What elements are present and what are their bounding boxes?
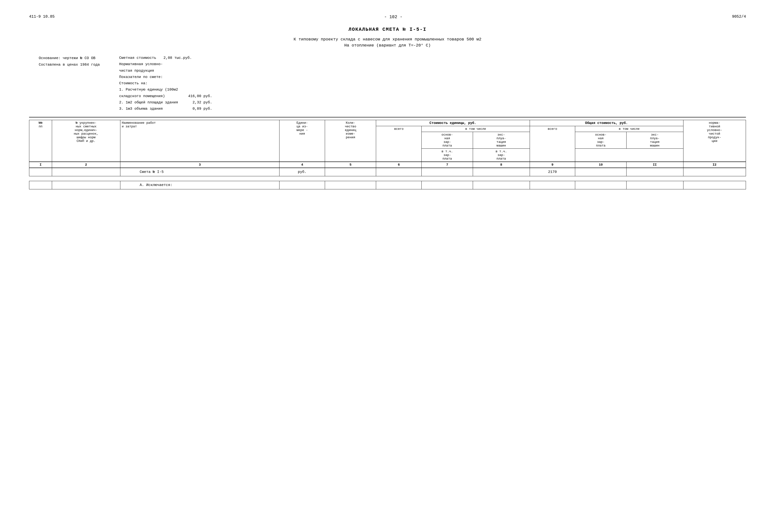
subtitle1: К типовому проекту склада с навесом для … — [29, 37, 746, 42]
cell-empty-1 — [29, 168, 52, 176]
cell-empty-6 — [376, 168, 422, 176]
subtitle2: На отопление (вариант для Т=-20° С) — [29, 43, 746, 48]
separator-thick — [29, 117, 746, 117]
meta-left-line2: Составлена в ценах 1984 года — [39, 62, 100, 68]
cell-empty-8 — [473, 168, 530, 176]
header-right: 9052/4 — [732, 15, 746, 19]
col-num-5: 5 — [325, 162, 376, 168]
th-col11-sub: в т.ч.зар-плата — [473, 149, 530, 162]
cell-a-empty-6 — [376, 181, 422, 189]
cell-a-empty-5 — [325, 181, 376, 189]
col-num-12: I2 — [683, 162, 746, 168]
th-col12: норма-тивнойусловно-чистойпродук-ции — [683, 120, 746, 162]
meta-right-line3: чистая продукция — [119, 68, 212, 74]
cell-empty-7 — [422, 168, 473, 176]
th-col7-8-group: в том числе — [422, 126, 530, 132]
col-num-3: 3 — [120, 162, 279, 168]
cell-a-empty-2 — [52, 181, 120, 189]
page-number: - 102 - — [384, 15, 403, 19]
th-col3: Наименование работи затрат — [120, 120, 279, 162]
th-col7: основ-наязар-плата — [422, 132, 473, 149]
th-col2: № укрупнен-ных сметныхнорм,единич-ных ра… — [52, 120, 120, 162]
cell-empty-12 — [683, 168, 746, 176]
meta-right: Сметная стоимость 2,08 тыс.руб. Норматив… — [119, 55, 212, 112]
meta-right-line2: Нормативная условно- — [119, 61, 212, 68]
cell-smeta-label: Смета № I-5 — [120, 168, 279, 176]
table-row-section-a: А. Исключается: — [29, 181, 746, 189]
th-col10-11-group: в том числе — [575, 126, 683, 132]
cell-a-label: А. Исключается: — [120, 181, 279, 189]
col-num-8: 8 — [473, 162, 530, 168]
th-unit-cost-group: Стоимость единицы, руб. — [376, 120, 530, 126]
col-num-10: 10 — [575, 162, 626, 168]
meta-val-6b: 416,00 руб. — [188, 93, 212, 100]
cell-smeta-unit: руб. — [279, 168, 325, 176]
meta-val-6c: 2,32 руб. — [192, 100, 212, 106]
header-left: 411-9 10.85 — [29, 15, 55, 19]
th-col8: экс-плуа-тациямашин — [473, 132, 530, 149]
cell-empty-2 — [52, 168, 120, 176]
meta-val-6d: 0,89 руб. — [192, 106, 212, 112]
main-table: №№пп № укрупнен-ных сметныхнорм,единич-н… — [29, 120, 746, 189]
col-num-6: 6 — [376, 162, 422, 168]
th-col8-sub: в т.ч.зар-плата — [422, 149, 473, 162]
col-num-1: I — [29, 162, 52, 168]
meta-left: Основание: чертежи № СО ОВ Составлена в … — [39, 55, 100, 112]
th-col10: основ-наязар-плата — [575, 132, 626, 149]
meta-section: Основание: чертежи № СО ОВ Составлена в … — [29, 55, 746, 112]
col-num-7: 7 — [422, 162, 473, 168]
meta-right-line6d: 3. 1м3 объема здания — [119, 106, 163, 112]
cell-empty-5 — [325, 168, 376, 176]
cell-empty-11 — [626, 168, 683, 176]
page-title: ЛОКАЛЬНАЯ СМЕТА № I-5-I — [29, 27, 746, 32]
meta-right-line5: Стоимость на: — [119, 80, 212, 87]
th-col5: Коли-чествоединицизме-рения — [325, 120, 376, 162]
cell-a-empty-9 — [530, 181, 575, 189]
cell-a-empty-8 — [473, 181, 530, 189]
meta-right-line6c: 2. 1м2 общей площади здания — [119, 100, 178, 106]
th-total-cost-group: Общая стоимость, руб. — [530, 120, 683, 126]
cell-a-empty-12 — [683, 181, 746, 189]
cell-a-empty-11 — [626, 181, 683, 189]
meta-right-line4: Показатели по смете: — [119, 74, 212, 80]
cell-smeta-value: 2170 — [530, 168, 575, 176]
table-row-spacer — [29, 176, 746, 181]
cell-a-empty-4 — [279, 181, 325, 189]
cell-a-empty-1 — [29, 181, 52, 189]
meta-right-line6a: 1. Расчетную единицу (100м2 — [119, 87, 212, 93]
meta-right-line6b: складского помещения) — [119, 93, 165, 100]
th-col6: всего — [376, 126, 422, 162]
th-col4: Едини-ца из-мере -ния — [279, 120, 325, 162]
col-num-11: II — [626, 162, 683, 168]
th-col9: всего — [530, 126, 575, 162]
col-num-2: 2 — [52, 162, 120, 168]
cell-a-empty-7 — [422, 181, 473, 189]
meta-right-title: Сметная стоимость — [119, 55, 156, 61]
meta-right-value: 2,08 тыс.руб. — [163, 55, 192, 61]
col-num-9: 9 — [530, 162, 575, 168]
col-num-4: 4 — [279, 162, 325, 168]
cell-empty-10 — [575, 168, 626, 176]
main-table-wrapper: №№пп № укрупнен-ных сметныхнорм,единич-н… — [29, 120, 746, 189]
cell-a-empty-10 — [575, 181, 626, 189]
th-col11: экс-плуа-тациямашин — [626, 132, 683, 149]
meta-left-line1: Основание: чертежи № СО ОВ — [39, 55, 100, 62]
th-col1: №№пп — [29, 120, 52, 162]
table-row-smeta: Смета № I-5 руб. 2170 — [29, 168, 746, 176]
page-header: 411-9 10.85 - 102 - 9052/4 — [29, 15, 746, 19]
